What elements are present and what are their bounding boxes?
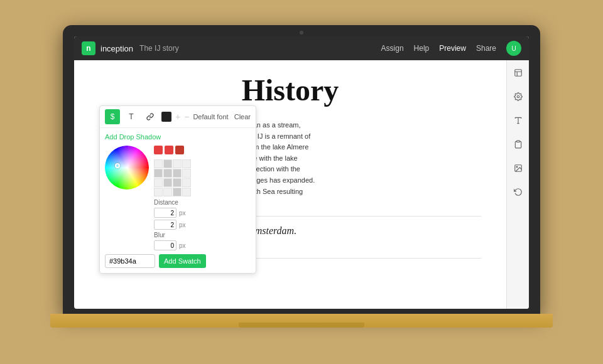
text-format-icon[interactable]: T [124,109,139,124]
shadow-grid [154,159,251,196]
shadow-cell[interactable] [173,159,182,168]
link-icon[interactable] [143,109,158,124]
distance-section: Distance px [154,199,251,250]
blur-value-row: px [154,240,251,250]
sidebar-image-icon[interactable] [511,161,526,176]
share-button[interactable]: Share [476,44,496,53]
blur-label: Blur [154,232,174,238]
sidebar-text-icon[interactable] [511,113,526,128]
screen-bezel: n inception The IJ story Assign Help Pre… [63,25,540,314]
toolbar-top: $ T + − [100,106,256,128]
distance-label: Distance [154,199,174,206]
top-nav: n inception The IJ story Assign Help Pre… [74,36,529,60]
right-sidebar [506,60,529,309]
color-swatch[interactable] [161,112,171,122]
shadow-cell[interactable] [163,188,172,196]
app-container: n inception The IJ story Assign Help Pre… [74,36,529,309]
svg-point-3 [517,95,519,98]
sidebar-settings-icon[interactable] [511,89,526,104]
add-swatch-button[interactable]: Add Swatch [159,254,206,268]
hex-input[interactable] [105,254,155,268]
format-toolbar: $ T + − [99,105,256,274]
laptop: n inception The IJ story Assign Help Pre… [63,25,540,339]
swatches-row [154,146,251,154]
shadow-cell[interactable] [182,169,191,178]
avatar-initials: U [511,45,516,52]
add-drop-shadow-button[interactable]: Add Drop Shadow [105,133,251,141]
swatch-red-1[interactable] [154,146,163,154]
shadow-cell[interactable] [154,169,163,178]
nav-logo: n [82,41,95,55]
hex-row: Add Swatch [105,254,251,268]
main-area: History $ T [74,60,529,309]
distance-x-input[interactable] [154,208,177,218]
shadow-cell[interactable] [182,159,191,168]
app-name: inception [100,44,133,53]
shadow-cell[interactable] [182,178,191,187]
svg-point-8 [516,166,518,168]
svg-rect-6 [516,141,519,142]
shadow-cell[interactable] [163,169,172,178]
laptop-screen: n inception The IJ story Assign Help Pre… [74,36,529,309]
separator-minus: − [184,112,189,122]
shadow-cell[interactable] [173,188,182,196]
svg-rect-0 [514,70,521,77]
laptop-base [50,314,553,328]
sidebar-history-icon[interactable] [511,185,526,200]
content-area: History $ T [74,60,506,309]
blur-input[interactable] [154,240,177,250]
shadow-cell[interactable] [154,188,163,196]
picker-right: Distance px [154,146,251,250]
nav-actions: Assign Help Preview Share U [381,41,521,56]
dollar-icon[interactable]: $ [105,109,120,124]
separator-plus: + [175,112,180,122]
font-selector[interactable]: Default font [193,113,230,120]
assign-button[interactable]: Assign [381,44,404,53]
color-wheel-crosshair [115,163,120,168]
color-wheel[interactable] [105,146,149,190]
distance-x-row: px [154,208,251,218]
doc-title: The IJ story [139,44,179,53]
px-unit-3: px [179,242,186,249]
color-picker-panel: Add Drop Shadow [100,128,256,273]
shadow-cell[interactable] [182,188,191,196]
shadow-cell[interactable] [154,159,163,168]
swatch-red-3[interactable] [175,146,184,154]
shadow-cell[interactable] [163,159,172,168]
shadow-cell[interactable] [173,169,182,178]
distance-row: Distance [154,199,251,206]
laptop-camera [300,31,303,35]
blur-row: Blur [154,232,251,238]
sidebar-clipboard-icon[interactable] [511,137,526,152]
distance-y-input[interactable] [154,220,177,230]
page-title: History [99,73,481,107]
shadow-cell[interactable] [173,178,182,187]
preview-button[interactable]: Preview [439,44,466,53]
help-button[interactable]: Help [414,44,430,53]
picker-body: Distance px [105,146,251,250]
avatar[interactable]: U [506,41,521,56]
shadow-cell[interactable] [154,178,163,187]
px-unit-1: px [179,210,186,217]
logo-icon: n [86,44,90,53]
distance-y-row: px [154,220,251,230]
clear-button[interactable]: Clear [234,113,251,120]
px-unit-2: px [179,222,186,228]
sidebar-question-icon[interactable] [511,65,526,80]
swatch-red-2[interactable] [165,146,173,154]
shadow-cell[interactable] [163,178,172,187]
